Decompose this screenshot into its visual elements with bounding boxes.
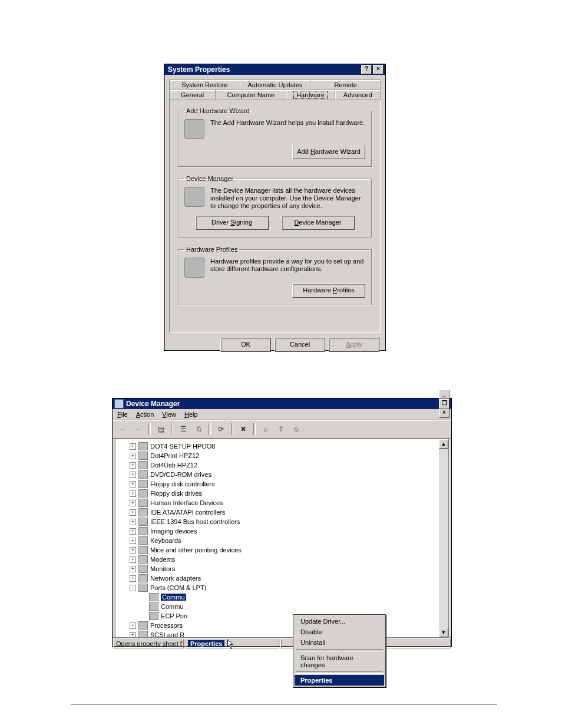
titlebar: Device Manager _ ❐ ×	[113, 398, 451, 409]
apply-button[interactable]: Apply	[329, 338, 379, 352]
minimize-button[interactable]: _	[439, 390, 449, 399]
tab-page-hardware: Add Hardware Wizard The Add Hardware Wiz…	[169, 100, 381, 333]
up-icon[interactable]: ▤	[154, 422, 168, 436]
tree-node-label: ECP Prin	[161, 612, 187, 620]
tree-node[interactable]: +Processors	[115, 621, 448, 630]
help-button[interactable]: ?	[361, 65, 372, 74]
tree-node[interactable]: ECP Prin	[115, 611, 448, 621]
hardware-profiles-button[interactable]: Hardware Profiles	[292, 284, 365, 298]
expand-icon[interactable]: +	[130, 575, 136, 582]
tree-node-label: Imaging devices	[150, 528, 197, 535]
device-icon	[149, 602, 158, 611]
menu-help[interactable]: Help	[184, 411, 198, 418]
expand-icon[interactable]: +	[130, 547, 136, 554]
device-icon	[138, 527, 148, 535]
tab-remote[interactable]: Remote	[310, 80, 381, 90]
tree-node[interactable]: +Dot4Print HPZ12	[115, 451, 448, 460]
menu-action[interactable]: Action	[136, 411, 154, 418]
expand-icon[interactable]: +	[130, 538, 136, 544]
group-text: The Device Manager lists all the hardwar…	[210, 187, 365, 210]
expand-icon[interactable]: +	[130, 490, 136, 497]
close-button[interactable]: ×	[439, 409, 449, 418]
tab-general[interactable]: General	[169, 90, 216, 100]
tree-node[interactable]: +SCSI and R	[115, 630, 448, 638]
device-icon	[149, 612, 158, 620]
tree-node[interactable]: +Monitors	[115, 564, 448, 574]
tree-node[interactable]: Commu	[115, 602, 448, 611]
tree-node[interactable]: +Keyboards	[115, 536, 448, 545]
tree-node[interactable]: +Imaging devices	[115, 526, 448, 536]
scroll-up-icon[interactable]: ▲	[439, 439, 448, 449]
refresh-icon[interactable]: ⟳	[214, 422, 228, 436]
expand-icon[interactable]: +	[130, 622, 136, 629]
tree-node[interactable]: +Dot4Usb HPZ12	[115, 460, 448, 470]
menu-separator	[296, 671, 383, 674]
close-button[interactable]: ×	[373, 65, 384, 74]
tree-node[interactable]: +Network adapters	[115, 574, 448, 583]
tree-node[interactable]: -Ports (COM & LPT)	[115, 583, 448, 592]
scroll-down-icon[interactable]: ▼	[439, 628, 448, 637]
tree-node[interactable]: +DVD/CD-ROM drives	[115, 470, 448, 479]
tree-node[interactable]: +Human Interface Devices	[115, 498, 448, 508]
tree-node[interactable]: +Modems	[115, 555, 448, 564]
context-menu-item[interactable]: Properties	[295, 675, 384, 686]
hardware-wizard-icon	[184, 119, 204, 139]
device-icon	[138, 508, 148, 516]
expand-icon[interactable]: +	[130, 472, 136, 478]
expand-icon[interactable]: +	[130, 528, 136, 535]
tree-node[interactable]: +DOT4 SETUP HPOO8	[115, 442, 448, 451]
expand-icon[interactable]: +	[130, 632, 136, 638]
collapse-icon[interactable]: -	[130, 585, 136, 591]
context-menu-item[interactable]: Disable	[295, 627, 384, 637]
forward-icon[interactable]: →	[131, 422, 146, 436]
tree-node[interactable]: +Floppy disk drives	[115, 489, 448, 498]
expand-icon[interactable]: +	[130, 453, 136, 459]
tree-node[interactable]: +Floppy disk controllers	[115, 479, 448, 489]
tree-node[interactable]: Commu	[115, 592, 448, 602]
disable-icon[interactable]: ⦸	[289, 422, 303, 436]
back-icon[interactable]: ←	[116, 422, 130, 436]
expand-icon[interactable]: +	[130, 519, 136, 525]
tree-node[interactable]: +Mice and other pointing devices	[115, 545, 448, 555]
tree-node[interactable]: +IDE ATA/ATAPI controllers	[115, 508, 448, 517]
tab-automatic-updates[interactable]: Automatic Updates	[240, 80, 311, 90]
toolbar: ← → ▤ ☰ ⎙ ⟳ ✖ ⌕ ⇧ ⦸	[113, 420, 451, 439]
tab-computer-name[interactable]: Computer Name	[215, 90, 286, 100]
expand-icon[interactable]: +	[130, 509, 136, 516]
scan-icon[interactable]: ⌕	[259, 422, 273, 436]
expand-icon[interactable]: +	[130, 500, 136, 506]
menu-separator	[296, 649, 383, 651]
expand-icon[interactable]: +	[130, 556, 136, 563]
menu-file[interactable]: File	[117, 411, 128, 418]
device-icon	[138, 631, 148, 638]
context-menu-item[interactable]: Uninstall	[295, 637, 384, 648]
properties-icon[interactable]: ☰	[176, 422, 190, 436]
uninstall-icon[interactable]: ✖	[236, 422, 250, 436]
context-menu-item[interactable]: Scan for hardware changes	[295, 653, 384, 670]
update-icon[interactable]: ⇧	[274, 422, 288, 436]
print-icon[interactable]: ⎙	[191, 422, 206, 436]
restore-button[interactable]: ❐	[439, 399, 449, 409]
tab-hardware[interactable]: Hardware	[286, 90, 335, 100]
device-tree[interactable]: +DOT4 SETUP HPOO8+Dot4Print HPZ12+Dot4Us…	[115, 439, 449, 638]
ok-button[interactable]: OK	[220, 338, 271, 352]
status-text: Opens property sheet f	[113, 639, 184, 648]
device-manager-button[interactable]: Device Manager	[282, 216, 355, 230]
cancel-button[interactable]: Cancel	[275, 338, 325, 352]
expand-icon[interactable]: +	[130, 566, 136, 572]
context-menu-item[interactable]: Update Driver...	[295, 616, 384, 627]
device-icon	[138, 621, 148, 630]
vertical-scrollbar[interactable]: ▲ ▼	[439, 439, 448, 637]
tab-advanced[interactable]: Advanced	[335, 90, 381, 100]
tree-node-label: Network adapters	[150, 575, 201, 582]
window-title: Device Manager	[126, 400, 180, 408]
expand-icon[interactable]: +	[130, 481, 136, 487]
tree-node[interactable]: +IEEE 1394 Bus host controllers	[115, 517, 448, 526]
tab-system-restore[interactable]: System Restore	[169, 80, 240, 90]
menu-view[interactable]: View	[162, 411, 176, 418]
expand-icon[interactable]: +	[130, 462, 136, 469]
device-icon	[138, 489, 148, 498]
expand-icon[interactable]: +	[130, 443, 136, 450]
add-hardware-wizard-button[interactable]: Add Hardware Wizard	[292, 145, 365, 159]
driver-signing-button[interactable]: Driver Signing	[196, 216, 269, 230]
